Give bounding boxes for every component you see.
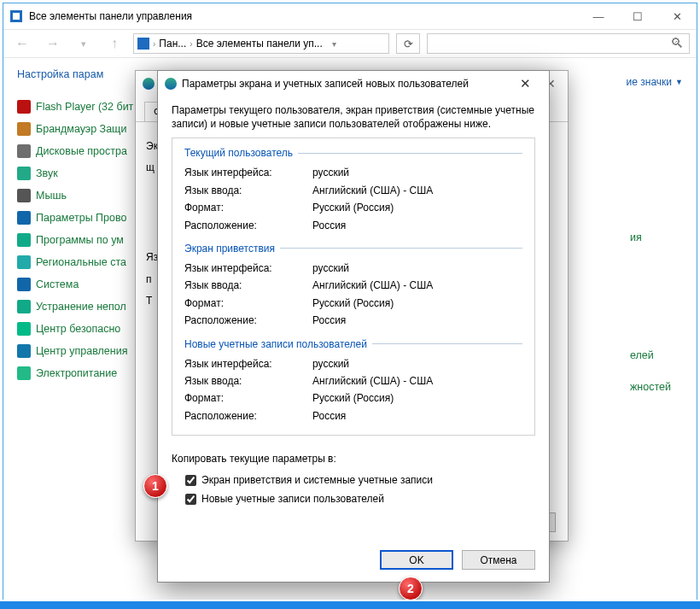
flag-icon bbox=[17, 322, 31, 336]
minimize-button[interactable]: — bbox=[579, 3, 618, 29]
breadcrumb[interactable]: › Пан... › Все элементы панели уп... ▾ bbox=[133, 33, 389, 54]
address-row: ← → ▾ ↑ › Пан... › Все элементы панели у… bbox=[3, 29, 697, 58]
firewall-icon bbox=[17, 122, 31, 136]
cp-right-column-peek: ия елей жностей bbox=[630, 96, 671, 401]
copy-settings-label: Копировать текущие параметры в: bbox=[172, 453, 535, 465]
network-icon bbox=[17, 344, 31, 358]
annotation-badge-2: 2 bbox=[399, 577, 423, 600]
breadcrumb-seg2[interactable]: Все элементы панели уп... bbox=[196, 38, 323, 50]
dialog-titlebar: Параметры экрана и учетных записей новых… bbox=[158, 71, 549, 97]
chevron-right-icon: › bbox=[153, 39, 155, 49]
globe-icon bbox=[17, 255, 31, 269]
welcome-new-user-settings-dialog: Параметры экрана и учетных записей новых… bbox=[157, 70, 550, 583]
system-icon bbox=[17, 278, 31, 291]
group-current-user: Текущий пользователь bbox=[184, 147, 522, 159]
disk-icon bbox=[17, 144, 31, 158]
maximize-button[interactable]: ☐ bbox=[618, 3, 657, 29]
annotation-badge-1: 1 bbox=[143, 474, 167, 498]
programs-icon bbox=[17, 233, 31, 247]
refresh-button[interactable]: ⟳ bbox=[396, 33, 420, 54]
breadcrumb-icon bbox=[137, 38, 149, 50]
ie-icon bbox=[17, 211, 31, 225]
window-title: Все элементы панели управления bbox=[29, 10, 192, 22]
recent-button[interactable]: ▾ bbox=[72, 32, 96, 56]
page-title: Настройка парам bbox=[17, 68, 103, 80]
chevron-down-icon[interactable]: ▾ bbox=[326, 39, 343, 49]
chevron-right-icon: › bbox=[190, 39, 192, 49]
chevron-down-icon: ▼ bbox=[675, 78, 683, 86]
view-dropdown[interactable]: ие значки ▼ bbox=[627, 76, 683, 88]
checkbox-input[interactable] bbox=[185, 494, 196, 505]
taskbar-strip bbox=[0, 600, 700, 609]
settings-groupbox: Текущий пользователь Язык интерфейса:рус… bbox=[172, 138, 535, 436]
dialog-title: Параметры экрана и учетных записей новых… bbox=[182, 78, 469, 90]
close-button[interactable]: ✕ bbox=[657, 3, 697, 29]
forward-button[interactable]: → bbox=[41, 32, 65, 56]
breadcrumb-seg1[interactable]: Пан... bbox=[159, 38, 186, 50]
speaker-icon bbox=[17, 167, 31, 180]
cancel-button[interactable]: Отмена bbox=[462, 550, 535, 570]
globe-icon bbox=[165, 78, 177, 90]
view-label: ие значки bbox=[627, 76, 672, 88]
ok-button[interactable]: OK bbox=[380, 550, 453, 570]
group-welcome-screen: Экран приветствия bbox=[184, 243, 522, 255]
power-icon bbox=[17, 366, 31, 380]
checkbox-input[interactable] bbox=[185, 475, 196, 486]
search-icon: 🔍︎ bbox=[670, 36, 684, 51]
up-button[interactable]: ↑ bbox=[102, 32, 126, 56]
search-input[interactable]: 🔍︎ bbox=[427, 33, 690, 54]
wrench-icon bbox=[17, 300, 31, 313]
checkbox-new-users[interactable]: Новые учетные записи пользователей bbox=[185, 490, 535, 509]
checkbox-welcome-system[interactable]: Экран приветствия и системные учетные за… bbox=[185, 471, 535, 490]
mouse-icon bbox=[17, 189, 31, 202]
group-new-users: Новые учетные записи пользователей bbox=[184, 338, 522, 350]
globe-icon bbox=[143, 78, 155, 90]
back-button[interactable]: ← bbox=[10, 32, 34, 56]
control-panel-icon bbox=[10, 10, 22, 22]
close-button[interactable]: ✕ bbox=[508, 76, 542, 91]
titlebar: Все элементы панели управления — ☐ ✕ bbox=[3, 3, 697, 29]
flash-icon bbox=[17, 100, 31, 114]
dialog-intro: Параметры текущего пользователя, экран п… bbox=[172, 103, 535, 131]
